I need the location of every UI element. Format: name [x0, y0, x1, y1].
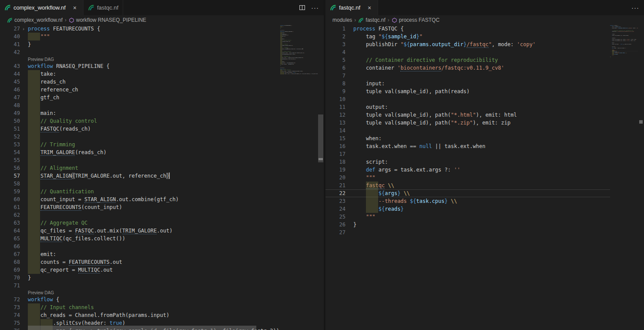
code-line[interactable]: }	[353, 221, 610, 229]
code-line[interactable]: // Container directive for reproducibili…	[353, 56, 610, 64]
code-line[interactable]: ch_reads = Channel.fromPath(params.input…	[28, 311, 280, 319]
code-line[interactable]: reference_ch	[28, 86, 280, 94]
scrollbar-thumb[interactable]	[318, 114, 323, 162]
line-number[interactable]: 27	[325, 229, 353, 236]
code-line[interactable]: input:	[353, 80, 610, 88]
code-line[interactable]	[353, 72, 610, 80]
code-line[interactable]: ${args} \\	[353, 189, 610, 197]
line-number[interactable]: 23	[325, 197, 353, 205]
line-number[interactable]: 26	[325, 221, 353, 229]
code-line[interactable]: }	[28, 274, 280, 282]
vertical-scrollbar-left[interactable]	[318, 25, 324, 330]
line-number[interactable]: 24	[325, 205, 353, 213]
line-number[interactable]: 53	[0, 141, 28, 148]
code-line[interactable]: MULTIQC(qc_files.collect())	[28, 235, 280, 242]
line-number[interactable]: 74	[0, 311, 28, 319]
line-number[interactable]: 43	[0, 62, 28, 70]
code-line[interactable]: // Quality control	[28, 117, 280, 125]
line-number[interactable]: 58	[0, 180, 28, 188]
code-line[interactable]: script:	[353, 158, 610, 166]
line-number[interactable]: 4	[325, 48, 353, 56]
code-line[interactable]: process FEATURECOUNTS {	[28, 25, 280, 33]
code-line[interactable]: counts = FEATURECOUNTS.out	[28, 258, 280, 266]
code-line[interactable]: qc_report = MULTIQC.out	[28, 266, 280, 274]
fold-collapsed-icon[interactable]: ›	[20, 25, 27, 33]
line-number[interactable]: 19	[325, 166, 353, 174]
code-line[interactable]: """	[353, 213, 610, 221]
code-line[interactable]	[353, 95, 610, 103]
line-number[interactable]: 10	[325, 95, 353, 103]
code-area-right[interactable]: 1process FASTQC {2 tag "${sample_id}"3 p…	[325, 25, 610, 330]
code-line[interactable]: container 'biocontainers/fastqc:v0.11.9_…	[353, 64, 610, 72]
code-line[interactable]: // Quantification	[28, 188, 280, 195]
line-number[interactable]: 41	[0, 40, 28, 48]
code-line[interactable]	[28, 101, 280, 109]
code-line[interactable]: when:	[353, 135, 610, 142]
code-line[interactable]	[28, 282, 280, 290]
line-number[interactable]: 5	[325, 56, 353, 64]
line-number[interactable]: 8	[325, 80, 353, 88]
line-number[interactable]: 2	[325, 33, 353, 40]
line-number[interactable]: 48	[0, 101, 28, 109]
line-number[interactable]: 21	[325, 182, 353, 189]
code-line[interactable]: TRIM_GALORE(reads_ch)	[28, 148, 280, 156]
more-actions-icon[interactable]: ···	[311, 3, 319, 12]
horizontal-scrollbar-left[interactable]	[28, 326, 280, 330]
line-number[interactable]: 72	[0, 296, 28, 303]
code-line[interactable]: gtf_ch	[28, 94, 280, 101]
code-line[interactable]: output:	[353, 103, 610, 111]
line-number[interactable]: 71	[0, 282, 28, 290]
line-number[interactable]: 54	[0, 148, 28, 156]
close-icon[interactable]: ×	[366, 4, 373, 12]
line-number[interactable]: 9	[325, 88, 353, 95]
code-line[interactable]: tag "${sample_id}"	[353, 33, 610, 40]
line-number[interactable]: 51	[0, 125, 28, 133]
line-number[interactable]: 44	[0, 70, 28, 78]
line-number[interactable]: 1	[325, 25, 353, 33]
code-line[interactable]	[28, 180, 280, 188]
line-number[interactable]: 52	[0, 133, 28, 141]
line-number[interactable]: 57	[0, 172, 28, 180]
breadcrumb-item-file[interactable]: fastqc.nf	[358, 17, 385, 23]
code-line[interactable]: reads_ch	[28, 78, 280, 86]
line-number[interactable]: 14	[325, 127, 353, 135]
code-line[interactable]: fastqc \\	[353, 182, 610, 189]
codelens-preview-dag[interactable]: Preview DAG	[28, 57, 54, 62]
line-number[interactable]: 49	[0, 109, 28, 117]
line-number[interactable]: 46	[0, 86, 28, 94]
code-line[interactable]: publishDir "${params.output_dir}/fastqc"…	[353, 40, 610, 48]
code-line[interactable]: tuple val(sample_id), path(reads)	[353, 88, 610, 95]
line-number[interactable]: 73	[0, 303, 28, 311]
line-number[interactable]: 20	[325, 174, 353, 182]
code-line[interactable]: process FASTQC {	[353, 25, 610, 33]
code-line[interactable]: count_input = STAR_ALIGN.out.combine(gtf…	[28, 195, 280, 203]
code-line[interactable]: """	[353, 174, 610, 182]
code-line[interactable]: take:	[28, 70, 280, 78]
line-number[interactable]: 59	[0, 188, 28, 195]
code-line[interactable]	[28, 242, 280, 250]
vertical-scrollbar-right[interactable]	[638, 25, 644, 330]
breadcrumb-item-symbol[interactable]: process FASTQC	[392, 17, 439, 23]
minimap-left[interactable]: process FEATURECOUNTS { """}Preview DAGw…	[280, 25, 318, 330]
line-number[interactable]: 11	[325, 103, 353, 111]
line-number[interactable]: 62	[0, 211, 28, 219]
line-number[interactable]: 3	[325, 40, 353, 48]
code-line[interactable]: main:	[28, 109, 280, 117]
code-line[interactable]: workflow RNASEQ_PIPELINE {	[28, 62, 280, 70]
code-line[interactable]: workflow {	[28, 296, 280, 303]
code-area-left[interactable]: 27›process FEATURECOUNTS {40 """41}42Pre…	[0, 25, 280, 330]
line-number[interactable]: 56	[0, 164, 28, 172]
line-number[interactable]: 40	[0, 33, 28, 40]
code-line[interactable]: --threads ${task.cpus} \\	[353, 197, 610, 205]
breadcrumb-item-symbol[interactable]: workflow RNASEQ_PIPELINE	[69, 17, 146, 23]
code-line[interactable]: qc_files = FASTQC.out.mix(TRIM_GALORE.ou…	[28, 227, 280, 235]
line-number[interactable]: 61	[0, 203, 28, 211]
line-number[interactable]: 69	[0, 266, 28, 274]
split-editor-icon[interactable]	[298, 3, 306, 12]
line-number[interactable]: 12	[325, 111, 353, 119]
code-line[interactable]: def args = task.ext.args ?: ''	[353, 166, 610, 174]
tab-fastqc-right[interactable]: fastqc.nf ×	[325, 0, 378, 15]
tab-complex-workflow[interactable]: complex_workflow.nf ×	[0, 0, 84, 15]
code-line[interactable]: tuple val(sample_id), path("*.zip"), emi…	[353, 119, 610, 127]
code-line[interactable]: emit:	[28, 250, 280, 258]
